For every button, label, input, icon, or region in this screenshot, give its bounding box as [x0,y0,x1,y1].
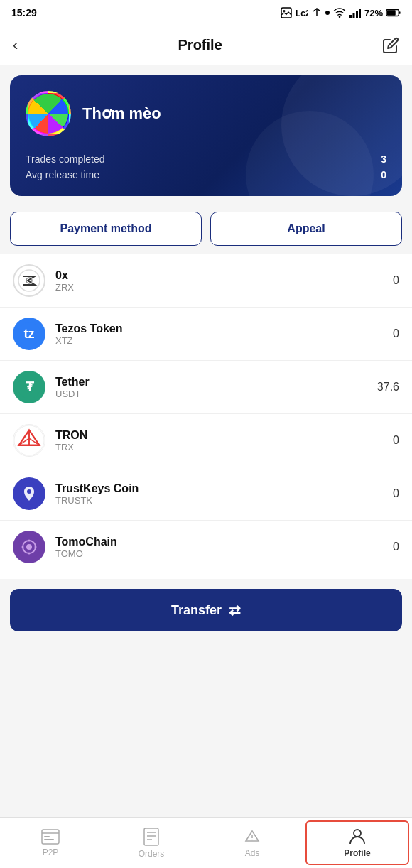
token-balance: 0 [393,434,399,447]
token-balance: 0 [393,541,399,553]
nav-item-ads[interactable]: Ads [202,818,303,868]
svg-point-27 [28,540,31,542]
nav-label-p2p: P2P [43,847,59,857]
page-title: Profile [178,37,222,53]
svg-rect-34 [44,839,54,840]
token-name: 0x [55,269,383,282]
release-value: 0 [381,169,386,180]
svg-point-11 [18,270,40,291]
status-bar: 15:29 Lc2 72% [0,0,412,26]
profile-stats: Trades completed 3 Avg release time 0 [26,153,386,180]
svg-point-23 [27,489,31,494]
token-icon-usdt: ₮ [13,371,45,403]
tabs-row: Payment method Appeal [0,206,412,254]
svg-rect-9 [387,10,396,15]
trades-label: Trades completed [26,153,105,165]
battery-text: 72% [364,8,383,18]
token-icon-xtz: tz [13,318,45,350]
transfer-button[interactable]: Transfer ⇄ [10,589,402,631]
svg-point-26 [26,544,32,550]
transfer-bar: Transfer ⇄ [0,579,412,641]
svg-text:tz: tz [24,327,35,341]
svg-rect-0 [281,8,291,18]
list-item[interactable]: TomoChain TOMO 0 [0,521,412,573]
token-list: 0x ZRX 0 tz Tezos Token XTZ 0 ₮ Tether U [0,254,412,579]
lc2-icon: Lc2 [296,7,308,18]
token-symbol: TRUSTK [55,495,383,506]
token-symbol: USDT [55,389,367,399]
release-label: Avg release time [26,169,99,180]
nav-item-profile[interactable]: Profile [305,820,409,865]
svg-point-30 [35,546,37,548]
svg-point-3 [339,16,341,18]
status-time: 15:29 [11,7,37,18]
dot-icon [325,11,330,15]
token-info-trustk: TrustKeys Coin TRUSTK [55,482,383,506]
token-balance: 0 [393,274,399,287]
token-icon-trx [13,424,45,457]
header: ‹ Profile [0,26,412,65]
avatar [26,91,71,136]
tab-payment-method[interactable]: Payment method [10,212,202,246]
edit-icon[interactable] [382,37,399,54]
svg-text:Lc2: Lc2 [296,9,308,18]
profile-card: Thơm mèo Trades completed 3 Avg release … [10,75,402,196]
token-name: TRON [55,429,383,442]
status-icons: Lc2 72% [281,7,401,18]
wifi-icon [333,8,346,18]
token-icon-zrx [13,264,45,297]
svg-point-28 [28,553,31,555]
token-info-trx: TRON TRX [55,429,383,452]
token-balance: 37.6 [377,381,399,394]
list-item[interactable]: ₮ Tether USDT 37.6 [0,361,412,414]
svg-point-41 [251,839,253,840]
profile-nav-icon [349,828,365,845]
stat-row-trades: Trades completed 3 [26,153,386,165]
list-item[interactable]: tz Tezos Token XTZ 0 [0,308,412,361]
list-item[interactable]: TRON TRX 0 [0,414,412,467]
svg-rect-35 [144,828,158,845]
ads-icon [244,828,261,845]
stat-row-release: Avg release time 0 [26,169,386,180]
nav-label-profile: Profile [344,848,370,858]
list-item[interactable]: 0x ZRX 0 [0,254,412,308]
nav-label-ads: Ads [245,848,260,858]
signal-icon [349,8,361,18]
token-symbol: TOMO [55,548,383,559]
profile-name: Thơm mèo [82,104,161,123]
nav-label-orders: Orders [139,849,165,859]
token-name: Tezos Token [55,322,383,335]
token-symbol: XTZ [55,335,383,346]
p2p-icon [41,829,60,845]
list-item[interactable]: TrustKeys Coin TRUSTK 0 [0,467,412,521]
nav-item-p2p[interactable]: P2P [0,818,101,868]
nav-item-orders[interactable]: Orders [101,818,202,868]
transfer-icon: ⇄ [229,602,241,619]
orders-icon [143,828,159,846]
svg-rect-6 [356,11,358,18]
token-balance: 0 [393,487,399,500]
svg-point-1 [283,10,285,12]
svg-rect-10 [399,11,401,14]
svg-point-29 [22,546,24,548]
svg-rect-33 [44,836,50,837]
token-info-usdt: Tether USDT [55,376,367,399]
token-balance: 0 [393,327,399,340]
trades-value: 3 [381,153,386,165]
token-info-xtz: Tezos Token XTZ [55,322,383,346]
token-symbol: TRX [55,442,383,452]
token-info-tomo: TomoChain TOMO [55,536,383,559]
token-name: TomoChain [55,536,383,548]
tab-appeal[interactable]: Appeal [210,212,402,246]
svg-point-42 [354,830,361,837]
battery-icon [386,9,401,17]
token-icon-trustk [13,477,45,510]
profile-user-row: Thơm mèo [26,91,386,136]
arrow-icon [312,8,322,18]
back-button[interactable]: ‹ [13,36,18,55]
bottom-nav: P2P Orders Ads Profile [0,817,412,868]
token-info-zrx: 0x ZRX [55,269,383,293]
token-name: Tether [55,376,367,389]
gallery-icon [281,7,292,18]
token-icon-tomo [13,531,45,563]
